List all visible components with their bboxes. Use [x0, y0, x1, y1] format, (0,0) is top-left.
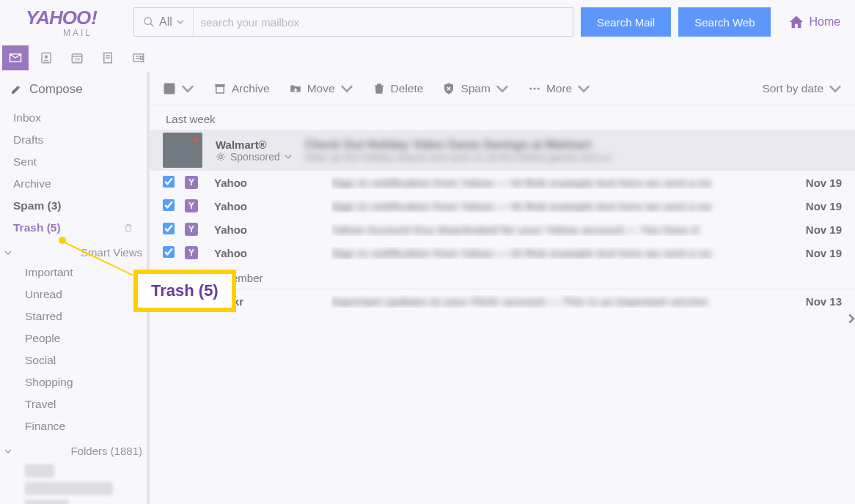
message-sender: Yahoo [214, 247, 331, 259]
chevron-down-icon [285, 153, 292, 160]
sv-unread[interactable]: Unread [0, 284, 147, 305]
sponsored-row[interactable]: Walmart® Sponsored Check Out Holiday Vid… [150, 130, 855, 171]
svg-point-3 [45, 55, 48, 59]
sponsored-tag[interactable]: Sponsored [216, 151, 292, 163]
sponsored-label: Sponsored [230, 151, 280, 163]
compose-button[interactable]: Compose [0, 78, 147, 107]
message-date: Nov 13 [783, 295, 842, 308]
search-icon [143, 16, 155, 28]
folder-archive[interactable]: Archive [0, 173, 147, 195]
search-buttons: Search Mail Search Web [581, 7, 771, 37]
row-checkbox[interactable] [163, 246, 175, 258]
home-link[interactable]: Home [788, 14, 840, 30]
section-earlier-nov: Earlier in November [150, 264, 855, 289]
message-row[interactable]: Y Yahoo Sign in notification from Yahoo … [150, 194, 855, 218]
folder-item-redacted[interactable] [25, 482, 113, 495]
chevron-down-icon [577, 82, 590, 95]
tab-contacts[interactable] [33, 45, 59, 70]
main-area: Compose Inbox Drafts Sent Archive Spam (… [0, 72, 855, 504]
svg-point-17 [529, 87, 532, 89]
user-folders-header[interactable]: Folders (1881) [0, 437, 147, 460]
sponsored-sender: Walmart® [216, 138, 292, 151]
contacts-icon [40, 51, 53, 64]
trash-icon[interactable] [123, 223, 133, 233]
chevron-down-icon [181, 82, 194, 95]
spam-button[interactable]: Spam [442, 82, 509, 95]
shield-x-icon [442, 82, 455, 95]
chevron-down-icon [4, 249, 12, 256]
delete-button[interactable]: Delete [373, 82, 424, 95]
message-subject: Sign in notification from Yahoo — Hi Rob… [331, 200, 783, 212]
message-date: Nov 19 [783, 200, 842, 212]
message-subject: Sign in notification from Yahoo — Hi Rob… [331, 247, 783, 259]
search-input[interactable] [194, 16, 573, 29]
folder-inbox[interactable]: Inbox [0, 107, 147, 129]
section-last-week: Last week [150, 105, 855, 130]
search-scope-label: All [159, 15, 172, 29]
folder-trash[interactable]: Trash (5) [0, 217, 147, 239]
mail-icon [9, 51, 22, 64]
search-scope-dropdown[interactable]: All [134, 8, 194, 36]
message-row[interactable]: Y Yahoo Yahoo Account Key deactivated fo… [150, 218, 855, 241]
row-checkbox[interactable] [163, 223, 175, 234]
folder-spam[interactable]: Spam (3) [0, 195, 147, 217]
callout-anchor-dot [59, 237, 66, 244]
calendar-icon: 29 [70, 51, 84, 64]
logo-text: YAHOO [26, 7, 90, 29]
tab-notes[interactable] [95, 45, 121, 70]
move-label: Move [307, 82, 335, 95]
compose-label: Compose [29, 82, 83, 97]
tab-news[interactable] [125, 45, 152, 70]
message-date: Nov 19 [783, 177, 842, 189]
message-date: Nov 19 [783, 247, 842, 259]
search-web-button[interactable]: Search Web [678, 7, 771, 37]
row-checkbox[interactable] [163, 176, 175, 188]
message-sender: Yahoo [214, 177, 331, 189]
chevron-down-icon [4, 448, 12, 455]
message-list: Y Yahoo Sign in notification from Yahoo … [150, 171, 855, 504]
sv-starred[interactable]: Starred [0, 305, 147, 327]
sv-important[interactable]: Important [0, 262, 147, 284]
message-row[interactable]: Y Yahoo Sign in notification from Yahoo … [150, 171, 855, 194]
folder-sent[interactable]: Sent [0, 151, 147, 173]
tab-mail[interactable] [2, 45, 29, 70]
sv-finance[interactable]: Finance [0, 415, 147, 437]
yahoo-badge-icon: Y [185, 199, 198, 212]
logo-bang: ! [91, 7, 97, 29]
sun-icon [216, 152, 226, 162]
yahoo-badge-icon: Y [185, 223, 198, 236]
yahoo-badge-icon: Y [185, 176, 198, 189]
message-pane: Archive Move Delete Spam More [147, 72, 855, 504]
search-bar: All [133, 7, 573, 37]
expand-right-chevron[interactable] [846, 314, 855, 327]
delete-label: Delete [391, 82, 424, 95]
svg-point-0 [144, 18, 151, 24]
folder-item-redacted[interactable] [25, 500, 69, 504]
folder-item-redacted[interactable] [25, 464, 54, 478]
tab-calendar[interactable]: 29 [64, 45, 90, 70]
message-row[interactable]: Flickr Important updates to your Flickr … [150, 289, 855, 313]
message-row[interactable]: Y Yahoo Sign in notification from Yahoo … [150, 241, 855, 264]
toolbar: Archive Move Delete Spam More [150, 72, 855, 105]
row-checkbox[interactable] [163, 199, 175, 211]
folder-move-icon [289, 82, 302, 95]
search-mail-button[interactable]: Search Mail [581, 7, 671, 37]
app-tabstrip: 29 [0, 44, 855, 72]
svg-rect-14 [164, 84, 175, 94]
yahoo-mail-logo[interactable]: YAHOO! MAIL [9, 7, 97, 38]
message-sender: Yahoo [214, 223, 331, 236]
sv-social[interactable]: Social [0, 349, 147, 371]
yahoo-badge-icon: Y [185, 246, 198, 259]
move-button[interactable]: Move [289, 82, 353, 95]
smart-views-header[interactable]: Smart Views [0, 239, 147, 262]
svg-rect-16 [216, 86, 224, 93]
sv-shopping[interactable]: Shopping [0, 371, 147, 393]
sv-people[interactable]: People [0, 327, 147, 349]
folder-drafts[interactable]: Drafts [0, 129, 147, 151]
more-button[interactable]: More [528, 82, 590, 95]
sort-dropdown[interactable]: Sort by date [762, 82, 842, 95]
header: YAHOO! MAIL All Search Mail Search Web H… [0, 0, 855, 44]
select-all-checkbox[interactable] [163, 82, 194, 95]
archive-button[interactable]: Archive [213, 82, 270, 95]
sv-travel[interactable]: Travel [0, 393, 147, 415]
